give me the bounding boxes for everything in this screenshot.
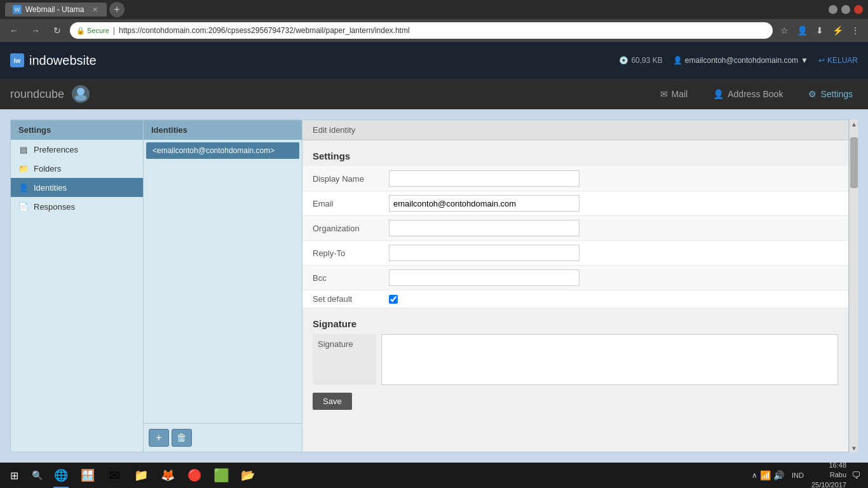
email-input[interactable] xyxy=(389,195,580,212)
volume-icon: 🔊 xyxy=(773,470,784,480)
taskbar-files[interactable]: 📁 xyxy=(128,463,154,488)
logo-iw: iw xyxy=(10,53,24,67)
svg-point-1 xyxy=(77,88,85,95)
tab-close-button[interactable]: ✕ xyxy=(90,5,99,14)
mail-icon: ✉ xyxy=(660,89,668,99)
menu-icon[interactable]: ⋮ xyxy=(848,23,863,38)
settings-section-title: Settings xyxy=(302,140,848,166)
edit-panel-body: Settings Display Name Email Organization xyxy=(302,140,848,452)
rc-nav-items: ✉ Mail 👤 Address Book ⚙ Settings xyxy=(655,86,858,102)
scroll-up-button[interactable]: ▲ xyxy=(850,119,858,128)
download-icon[interactable]: ⬇ xyxy=(812,23,827,38)
reply-to-input[interactable] xyxy=(389,245,580,261)
sidebar-item-identities[interactable]: 👤 Identities xyxy=(11,178,143,197)
signature-section-title: Signature xyxy=(302,308,848,334)
taskbar-ie[interactable]: 🌐 xyxy=(48,463,74,488)
display-name-row: Display Name xyxy=(302,166,848,191)
back-button[interactable]: ← xyxy=(5,22,23,39)
logo-text: indowebsite xyxy=(29,53,97,68)
logout-button[interactable]: ↩ KELUAR xyxy=(818,56,858,65)
save-button[interactable]: Save xyxy=(313,393,352,410)
signature-editor[interactable] xyxy=(381,334,838,385)
display-name-input[interactable] xyxy=(389,170,580,187)
signature-label: Signature xyxy=(313,334,376,385)
bcc-label: Bcc xyxy=(313,273,389,283)
taskbar-clock: 16:48 Rabu 25/10/2017 xyxy=(811,461,846,488)
header-right: 💿 60,93 KB 👤 emailcontoh@contohdomain.co… xyxy=(619,56,858,65)
taskbar-firefox[interactable]: 🦊 xyxy=(155,463,180,488)
signature-area: Signature xyxy=(313,334,838,385)
settings-panel: Settings ▤ Preferences 📁 Folders 👤 Ident… xyxy=(10,119,144,452)
sidebar-item-responses[interactable]: 📄 Responses xyxy=(11,197,143,216)
secure-badge: 🔒 Secure xyxy=(76,27,109,35)
set-default-checkbox[interactable] xyxy=(389,295,398,304)
preferences-icon: ▤ xyxy=(18,144,29,154)
network-icon: 📶 xyxy=(760,470,771,480)
reply-to-row: Reply-To xyxy=(302,241,848,266)
identities-icon: 👤 xyxy=(18,182,29,193)
rc-navbar: roundcube ✉ Mail 👤 Address Book ⚙ Settin… xyxy=(0,79,868,109)
add-identity-button[interactable]: + xyxy=(149,429,169,447)
svg-point-2 xyxy=(75,95,86,101)
identities-footer: + 🗑 xyxy=(144,423,302,452)
minimize-button[interactable] xyxy=(829,5,837,14)
nav-addressbook[interactable]: 👤 Address Book xyxy=(708,86,788,102)
locale-label: IND xyxy=(792,471,804,479)
set-default-row: Set default xyxy=(302,290,848,308)
app-logo: iw indowebsite xyxy=(10,53,97,68)
identities-list: <emailcontoh@contohdomain.com> xyxy=(144,140,302,423)
bcc-row: Bcc xyxy=(302,266,848,290)
profile-icon[interactable]: 👤 xyxy=(794,23,810,38)
scroll-thumb[interactable] xyxy=(850,137,858,188)
browser-tab[interactable]: W Webmail - Utama ✕ xyxy=(5,3,107,17)
nav-mail[interactable]: ✉ Mail xyxy=(655,86,693,102)
taskbar-tray-icons: ∧ 📶 🔊 xyxy=(752,470,784,480)
identities-header: Identities xyxy=(144,120,302,140)
taskbar-notepad[interactable]: 🟩 xyxy=(208,463,234,488)
url-text: https://contohdomain.com:2096/cpsess2956… xyxy=(119,26,410,35)
delete-identity-button[interactable]: 🗑 xyxy=(172,429,192,447)
search-button[interactable]: 🔍 xyxy=(27,465,47,485)
taskbar: ⊞ 🔍 🌐 🪟 ✉ 📁 🦊 🔴 🟩 📂 ∧ 📶 🔊 IND 16:48 Rabu… xyxy=(0,463,868,488)
taskbar-opera[interactable]: 🔴 xyxy=(182,463,207,488)
notification-button[interactable]: 🗨 xyxy=(851,470,860,480)
email-row: Email xyxy=(302,191,848,216)
start-button[interactable]: ⊞ xyxy=(3,464,25,487)
identities-panel: Identities <emailcontoh@contohdomain.com… xyxy=(144,119,302,452)
taskbar-filezilla[interactable]: 📂 xyxy=(235,463,261,488)
set-default-label: Set default xyxy=(313,294,389,304)
scroll-down-button[interactable]: ▼ xyxy=(850,444,858,452)
new-tab-button[interactable]: + xyxy=(109,2,125,17)
rc-brand: roundcube xyxy=(10,83,92,105)
close-button[interactable] xyxy=(854,5,863,14)
addressbook-icon: 👤 xyxy=(713,89,724,99)
edit-panel: Edit identity Settings Display Name Emai… xyxy=(302,119,849,452)
organization-input[interactable] xyxy=(389,220,580,236)
bookmark-icon[interactable]: ☆ xyxy=(776,23,792,38)
rc-brand-text: roundcube xyxy=(10,88,64,101)
forward-button[interactable]: → xyxy=(27,22,44,39)
bcc-input[interactable] xyxy=(389,269,580,286)
identity-item[interactable]: <emailcontoh@contohdomain.com> xyxy=(146,142,299,159)
scrollbar-track[interactable]: ▲ ▼ xyxy=(849,119,858,452)
taskbar-explorer[interactable]: 🪟 xyxy=(75,463,100,488)
reload-button[interactable]: ↻ xyxy=(48,22,66,39)
settings-panel-header: Settings xyxy=(11,120,143,140)
folders-icon: 📁 xyxy=(18,163,29,173)
address-bar[interactable]: 🔒 Secure | https://contohdomain.com:2096… xyxy=(70,22,773,39)
sidebar-item-preferences[interactable]: ▤ Preferences xyxy=(11,140,143,159)
settings-icon: ⚙ xyxy=(808,89,817,99)
taskbar-mail[interactable]: ✉ xyxy=(102,463,127,488)
extension-icon[interactable]: ⚡ xyxy=(830,23,845,38)
browser-toolbar: ← → ↻ 🔒 Secure | https://contohdomain.co… xyxy=(0,19,868,42)
sidebar-item-folders[interactable]: 📁 Folders xyxy=(11,159,143,178)
rc-logo-icon xyxy=(69,83,92,105)
organization-row: Organization xyxy=(302,216,848,241)
maximize-button[interactable] xyxy=(841,5,850,14)
nav-settings[interactable]: ⚙ Settings xyxy=(803,86,858,102)
edit-panel-header: Edit identity xyxy=(302,120,848,140)
email-label: Email xyxy=(313,199,389,208)
app-header: iw indowebsite 💿 60,93 KB 👤 emailcontoh@… xyxy=(0,42,868,79)
chevron-icon[interactable]: ∧ xyxy=(752,471,757,480)
organization-label: Organization xyxy=(313,224,389,233)
